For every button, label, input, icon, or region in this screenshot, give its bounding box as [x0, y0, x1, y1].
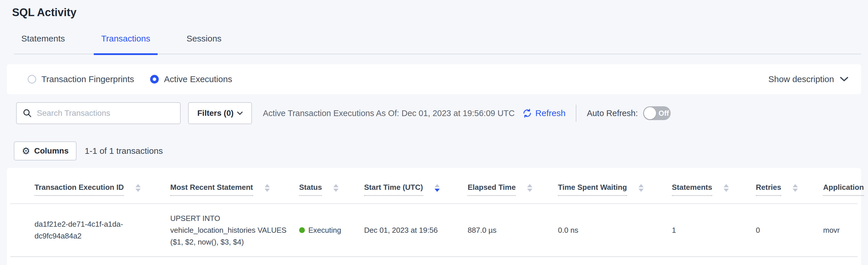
column-header-label[interactable]: Time Spent Waiting	[558, 183, 627, 196]
filters-button[interactable]: Filters (0)	[188, 102, 252, 124]
vertical-divider	[576, 105, 577, 122]
cell-start-time: Dec 01, 2023 at 19:56	[364, 204, 468, 257]
cell-value: 887.0 µs	[468, 224, 550, 236]
refresh-label: Refresh	[535, 108, 565, 118]
tab-transactions[interactable]: Transactions	[94, 34, 158, 55]
transactions-table: Transaction Execution IDMost Recent Stat…	[10, 168, 858, 257]
tab-statements[interactable]: Statements	[14, 34, 72, 55]
result-count: 1-1 of 1 transactions	[85, 146, 163, 156]
sort-arrows-icon[interactable]	[435, 184, 440, 192]
column-header-label[interactable]: Application	[823, 183, 864, 196]
cell-value: 0.0 ns	[558, 224, 664, 236]
column-header-application[interactable]: Application	[823, 168, 858, 204]
column-header-label[interactable]: Start Time (UTC)	[364, 183, 423, 196]
search-input[interactable]	[37, 109, 174, 118]
radio-label: Transaction Fingerprints	[41, 74, 134, 84]
status-badge: Executing	[308, 224, 341, 236]
sort-arrows-icon[interactable]	[639, 184, 644, 192]
toggle-state-label: Off	[659, 109, 669, 117]
column-header-label[interactable]: Retries	[756, 183, 781, 196]
refresh-button[interactable]: Refresh	[522, 108, 565, 118]
column-header-label[interactable]: Statements	[672, 183, 712, 196]
cell-value[interactable]: da1f21e2-de71-4c1f-a1da-dc9fc94a84a2	[34, 218, 158, 242]
table-header-row: Transaction Execution IDMost Recent Stat…	[10, 168, 858, 204]
cell-value: 0	[756, 224, 815, 236]
table-row: da1f21e2-de71-4c1f-a1da-dc9fc94a84a2UPSE…	[10, 204, 858, 257]
filters-label: Filters (0)	[197, 109, 234, 118]
cell-statements: 1	[672, 204, 756, 257]
cell-value: 1	[672, 224, 748, 236]
column-header-time-spent-waiting[interactable]: Time Spent Waiting	[558, 168, 672, 204]
column-header-retries[interactable]: Retries	[756, 168, 823, 204]
column-header-label[interactable]: Transaction Execution ID	[34, 183, 124, 196]
table-toolbar: ⚙ Columns 1-1 of 1 transactions	[14, 141, 861, 160]
view-mode-card: Transaction Fingerprints Active Executio…	[7, 64, 861, 94]
sort-arrows-icon[interactable]	[793, 184, 798, 192]
cell-application: movr	[823, 204, 858, 257]
cell-most-recent-statement: UPSERT INTO vehicle_location_histories V…	[170, 204, 299, 257]
sort-arrows-icon[interactable]	[527, 184, 532, 192]
gear-icon: ⚙	[22, 146, 30, 156]
search-icon	[23, 108, 32, 118]
chevron-down-icon	[840, 77, 848, 82]
column-header-statements[interactable]: Statements	[672, 168, 756, 204]
column-header-start-time-utc[interactable]: Start Time (UTC)	[364, 168, 468, 204]
radio-unselected-icon[interactable]	[28, 75, 36, 83]
show-description-label: Show description	[769, 74, 834, 84]
cell-value: UPSERT INTO vehicle_location_histories V…	[170, 213, 291, 248]
cell-value: Dec 01, 2023 at 19:56	[364, 224, 460, 236]
tab-sessions[interactable]: Sessions	[179, 34, 229, 55]
cell-time-spent-waiting: 0.0 ns	[558, 204, 672, 257]
search-box[interactable]	[16, 102, 181, 124]
auto-refresh-toggle[interactable]: Off	[643, 106, 671, 120]
status-executing-dot-icon	[299, 227, 305, 233]
sort-arrows-icon[interactable]	[333, 184, 339, 192]
columns-label: Columns	[34, 146, 69, 156]
columns-button[interactable]: ⚙ Columns	[14, 141, 76, 160]
toggle-knob-icon[interactable]	[644, 107, 656, 119]
cell-status: Executing	[299, 204, 364, 257]
column-header-elapsed-time[interactable]: Elapsed Time	[468, 168, 558, 204]
column-header-label[interactable]: Status	[299, 183, 322, 196]
page-title: SQL Activity	[12, 6, 868, 19]
refresh-icon	[522, 108, 532, 118]
chevron-down-icon	[237, 111, 243, 115]
cell-transaction-execution-id[interactable]: da1f21e2-de71-4c1f-a1da-dc9fc94a84a2	[10, 204, 170, 257]
controls-row: Filters (0) Active Transaction Execution…	[7, 102, 861, 124]
show-description-toggle[interactable]: Show description	[769, 74, 848, 84]
column-header-transaction-execution-id[interactable]: Transaction Execution ID	[10, 168, 170, 204]
cell-retries: 0	[756, 204, 823, 257]
as-of-text: Active Transaction Executions As Of: Dec…	[263, 109, 515, 118]
sort-arrows-icon[interactable]	[724, 184, 729, 192]
column-header-label[interactable]: Most Recent Statement	[170, 183, 253, 196]
transactions-table-card: Transaction Execution IDMost Recent Stat…	[7, 168, 861, 265]
radio-active-executions[interactable]: Active Executions	[150, 74, 232, 84]
auto-refresh-label: Auto Refresh:	[587, 109, 638, 118]
table-body: da1f21e2-de71-4c1f-a1da-dc9fc94a84a2UPSE…	[10, 204, 858, 257]
column-header-label[interactable]: Elapsed Time	[468, 183, 516, 196]
sort-arrows-icon[interactable]	[265, 184, 270, 192]
radio-label: Active Executions	[164, 74, 232, 84]
radio-transaction-fingerprints[interactable]: Transaction Fingerprints	[28, 74, 134, 84]
column-header-most-recent-statement[interactable]: Most Recent Statement	[170, 168, 299, 204]
radio-selected-icon[interactable]	[150, 75, 159, 83]
cell-elapsed-time: 887.0 µs	[468, 204, 558, 257]
tab-bar: Statements Transactions Sessions	[14, 34, 861, 54]
cell-value: movr	[823, 224, 849, 236]
sort-arrows-icon[interactable]	[135, 184, 141, 192]
column-header-status[interactable]: Status	[299, 168, 364, 204]
